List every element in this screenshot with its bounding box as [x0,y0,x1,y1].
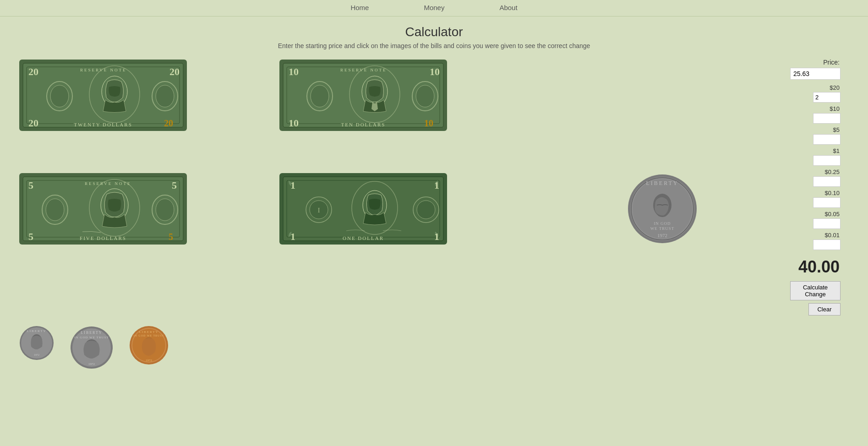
nav-money[interactable]: Money [424,4,444,11]
d20-label: $20 [830,84,840,91]
svg-point-42 [156,199,174,221]
d005-label: $0.05 [824,211,840,218]
d10-label: $10 [830,105,840,112]
svg-text:5: 5 [169,232,173,242]
svg-text:10: 10 [289,117,299,129]
svg-text:ONE DOLLAR: ONE DOLLAR [343,235,384,241]
d1-input[interactable] [813,155,841,166]
svg-text:1972: 1972 [657,233,667,238]
svg-point-8 [50,85,69,107]
calculate-button[interactable]: Calculate Change [790,281,841,300]
svg-text:1: 1 [290,179,295,191]
d025-label: $0.25 [824,169,840,175]
d1-label: $1 [833,147,840,154]
svg-text:1: 1 [434,179,439,191]
svg-text:IN GOD WE TRUST: IN GOD WE TRUST [134,334,164,337]
svg-text:FIVE  DOLLARS: FIVE DOLLARS [80,235,126,241]
d005-input[interactable] [813,218,841,229]
svg-text:20: 20 [169,66,180,77]
price-label: Price: [823,59,840,66]
quarter-coin[interactable]: LIBERTY IN GOD WE TRUST 1972 [539,172,786,245]
svg-text:1972: 1972 [88,362,95,366]
d010-label: $0.10 [824,190,840,196]
dime-coin[interactable]: LIBERTY 1972 [18,325,55,372]
svg-text:IN GOD: IN GOD [654,221,671,226]
svg-point-38 [46,199,64,221]
nav-home[interactable]: Home [350,4,369,11]
svg-text:5: 5 [28,179,33,191]
svg-point-12 [156,85,174,107]
svg-text:10: 10 [430,66,440,77]
svg-text:I: I [318,207,320,214]
svg-text:1: 1 [290,231,295,242]
svg-text:10: 10 [289,66,299,77]
svg-text:1972: 1972 [146,359,153,362]
svg-point-23 [311,85,329,107]
d5-label: $5 [833,126,840,133]
sidebar: Price: $20 $10 $5 $1 $0.25 $0.10 $0.05 $… [795,59,850,315]
nav-about[interactable]: About [499,4,517,11]
total-display: 40.00 [798,257,840,277]
svg-text:5: 5 [172,179,177,191]
svg-text:WE TRUST: WE TRUST [650,226,675,231]
penny-coin[interactable]: LIBERTY IN GOD WE TRUST 1972 [128,325,169,372]
one-dollar-bill[interactable]: 1 1 1 1 I ONE DO [278,172,525,247]
svg-text:10: 10 [424,118,433,128]
svg-text:IN GOD WE TRUST: IN GOD WE TRUST [74,336,109,339]
twenty-dollar-bill[interactable]: 20 20 20 RESERVE NOTE 2 [18,59,265,134]
price-input[interactable] [790,68,841,80]
svg-point-58 [417,201,435,219]
svg-text:1: 1 [434,231,439,242]
d001-input[interactable] [813,239,841,250]
svg-text:LIBERTY: LIBERTY [139,330,158,334]
svg-text:20: 20 [28,66,38,77]
d10-input[interactable] [813,113,841,124]
bottom-coins: LIBERTY 1972 LIBERTY IN GOD WE TRUST 197… [0,315,868,372]
d5-input[interactable] [813,134,841,145]
svg-text:LIBERTY: LIBERTY [27,329,46,333]
svg-text:20: 20 [164,118,173,128]
nickel-coin[interactable]: LIBERTY IN GOD WE TRUST 1972 [69,325,115,372]
d001-label: $0.01 [824,232,840,239]
subtitle: Enter the starting price and click on th… [0,42,868,49]
svg-text:20: 20 [28,117,38,129]
page-title: Calculator [0,25,868,39]
navigation: Home Money About [0,0,868,16]
d025-input[interactable] [813,176,841,187]
svg-text:LIBERTY: LIBERTY [81,331,102,335]
five-dollar-bill[interactable]: 5 5 5 RESERVE NOTE 5 FIVE DOLLARS [18,172,265,247]
clear-button[interactable]: Clear [808,303,841,315]
d010-input[interactable] [813,197,841,208]
ten-dollar-bill[interactable]: 10 10 10 RESERVE NOTE 10 TEN DOLLARS [278,59,525,134]
svg-text:5: 5 [28,231,33,242]
svg-point-27 [416,85,434,107]
svg-text:TEN DOLLARS: TEN DOLLARS [341,122,386,127]
svg-text:1972: 1972 [34,354,39,356]
d20-input[interactable] [813,92,841,103]
svg-text:RESERVE  NOTE: RESERVE NOTE [85,181,131,186]
svg-text:LIBERTY: LIBERTY [646,180,678,186]
bills-grid: 20 20 20 RESERVE NOTE 2 [18,59,786,315]
svg-text:TWENTY DOLLARS: TWENTY DOLLARS [74,122,132,127]
